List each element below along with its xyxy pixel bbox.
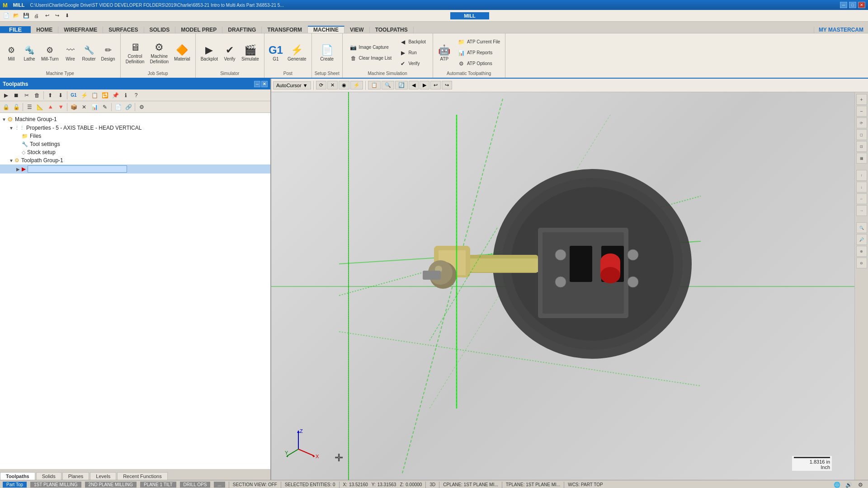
view-btn-1[interactable]: ⟳	[316, 81, 326, 89]
millturn-button[interactable]: ⚙ Mill-Turn	[39, 42, 61, 63]
rs-zoom-out[interactable]: −	[856, 106, 867, 117]
tab-wireframe[interactable]: WIREFRAME	[58, 27, 103, 33]
design-button[interactable]: ✏ Design	[99, 42, 118, 63]
print-button[interactable]: 🖨	[32, 11, 41, 20]
viewport-3d[interactable]: Z X Y ✛ 1.8316 in Inch	[271, 92, 854, 480]
tab-machine[interactable]: MACHINE	[308, 26, 344, 33]
atp-options-button[interactable]: ⚙ ATP Options	[456, 59, 502, 69]
machine-def-button[interactable]: ⚙ MachineDefinition	[147, 40, 171, 66]
view-btn-7[interactable]: 🔄	[395, 81, 408, 89]
rs-btn-7[interactable]: ↑	[856, 170, 867, 181]
tab-toolpaths[interactable]: TOOLPATHS	[370, 27, 414, 33]
machine-group-item[interactable]: ▼ ⚙ Machine Group-1	[0, 115, 270, 124]
run-button[interactable]: ▶ Run	[397, 48, 427, 58]
backplot-sim-button[interactable]: ◀ Backplot	[397, 37, 427, 47]
properties-item[interactable]: ▼ ⋮⋮ Properties - 5 - AXIS TABLE - HEAD …	[0, 124, 270, 132]
tab-toolpaths[interactable]: Toolpaths	[0, 472, 35, 480]
stock-setup-item[interactable]: ◇ Stock setup	[0, 148, 270, 156]
rs-btn-4[interactable]: ◻	[856, 129, 867, 140]
redo-button[interactable]: ↪	[52, 11, 61, 20]
atp-current-button[interactable]: 📁 ATP Current File	[456, 37, 502, 47]
toolpath-group-toggle[interactable]: ▼	[9, 158, 14, 163]
move-down-btn[interactable]: ⬇	[56, 90, 66, 100]
tab-modelprep[interactable]: MODEL PREP	[175, 27, 222, 33]
maximize-button[interactable]: □	[849, 2, 856, 8]
tool-settings-toggle[interactable]	[16, 142, 22, 147]
view-btn-6[interactable]: 🔍	[382, 81, 394, 89]
tab-drafting[interactable]: DRAFTING	[222, 27, 262, 33]
list-btn[interactable]: ☰	[24, 102, 34, 112]
status-tab-more[interactable]: ...	[214, 482, 225, 488]
atp-reports-button[interactable]: 📊 ATP Reports	[456, 48, 502, 58]
tab-transform[interactable]: TRANSFORM	[262, 27, 308, 33]
close-panel-button[interactable]: ✕	[261, 81, 268, 87]
material-button[interactable]: 🔶 Material	[172, 42, 193, 63]
atp-button[interactable]: 🤖 ATP	[436, 42, 453, 63]
settings-btn[interactable]: ⚙	[137, 102, 146, 112]
float-button[interactable]: ─	[254, 81, 260, 87]
simulate-button[interactable]: 🎬 Simulate	[239, 42, 261, 63]
new-button[interactable]: 📄	[2, 11, 11, 20]
rs-btn-13[interactable]: ⊕	[856, 246, 867, 257]
lock-btn[interactable]: 🔒	[1, 102, 11, 112]
edit-btn[interactable]: ✎	[100, 102, 110, 112]
view-btn-4[interactable]: ⚡	[350, 81, 363, 89]
verify-button[interactable]: ✔ Verify	[221, 42, 238, 63]
status-tab-parttop[interactable]: Part Top	[3, 482, 27, 488]
verify-sim-button[interactable]: ✔ Verify	[397, 59, 427, 69]
tab-levels[interactable]: Levels	[90, 472, 116, 480]
tab-planes[interactable]: Planes	[62, 472, 90, 480]
unlock-btn[interactable]: 🔓	[11, 102, 21, 112]
autocursor-btn[interactable]: AutoCursor ▼	[273, 81, 311, 89]
collapse-btn[interactable]: 🔻	[56, 102, 66, 112]
delete-btn[interactable]: 🗑	[32, 90, 42, 100]
lathe-button[interactable]: 🔩 Lathe	[21, 42, 38, 63]
rs-btn-6[interactable]: ▦	[856, 153, 867, 164]
rs-btn-9[interactable]: ←	[856, 193, 867, 204]
mill-tab[interactable]: MILL	[450, 12, 489, 19]
expand-btn[interactable]: 🔺	[45, 102, 55, 112]
toolpath-group-item[interactable]: ▼ ⚙ Toolpath Group-1	[0, 156, 270, 164]
tab-solids[interactable]: Solids	[36, 472, 61, 480]
files-toggle[interactable]	[16, 134, 22, 139]
rs-btn-5[interactable]: ⊡	[856, 141, 867, 152]
g1-tp-btn[interactable]: G1	[69, 90, 79, 100]
new-item-input[interactable]	[28, 165, 127, 173]
router-button[interactable]: 🔧 Router	[80, 42, 98, 63]
view-btn-5[interactable]: 📋	[368, 81, 381, 89]
copy-btn[interactable]: 📋	[90, 90, 99, 100]
help-btn[interactable]: ?	[131, 90, 141, 100]
rs-btn-8[interactable]: ↓	[856, 182, 867, 192]
stock-setup-toggle[interactable]	[16, 150, 22, 155]
control-def-button[interactable]: 🖥 ControlDefinition	[123, 40, 147, 66]
undo-button[interactable]: ↩	[42, 11, 52, 20]
backplot-button[interactable]: ▶ Backplot	[198, 42, 220, 63]
rs-zoom-in[interactable]: +	[856, 94, 867, 105]
tab-view[interactable]: VIEW	[344, 27, 370, 33]
select-all-btn[interactable]: ▶	[1, 90, 11, 100]
deselect-btn[interactable]: ⏹	[11, 90, 21, 100]
wire-button[interactable]: 〰 Wire	[62, 42, 79, 63]
close-button[interactable]: ✕	[858, 2, 865, 8]
status-tab-2ndplane[interactable]: 2ND PLANE MILLING	[85, 482, 137, 488]
properties-toggle[interactable]: ▼	[9, 126, 14, 131]
status-icon-3[interactable]: ⚙	[855, 480, 865, 488]
rs-btn-14[interactable]: ⊖	[856, 258, 867, 268]
view-btn-8[interactable]: ◀	[409, 81, 419, 89]
box-btn[interactable]: 📦	[69, 102, 79, 112]
view-btn-10[interactable]: ↩	[430, 81, 441, 89]
machine-group-toggle[interactable]: ▼	[2, 117, 7, 122]
regen-btn[interactable]: ⚡	[79, 90, 89, 100]
image-capture-button[interactable]: 📷 Image Capture	[348, 42, 394, 52]
info-btn[interactable]: ℹ	[121, 90, 131, 100]
remove-btn[interactable]: ✕	[79, 102, 89, 112]
g1-button[interactable]: G1 G1	[267, 42, 284, 63]
file-tab[interactable]: FILE	[0, 26, 31, 33]
status-tab-1stplane[interactable]: 1ST PLANE MILLING	[30, 482, 81, 488]
plane-btn[interactable]: 📐	[35, 102, 45, 112]
dropdown-button[interactable]: ⬇	[62, 11, 71, 20]
title-controls[interactable]: ─ □ ✕	[840, 2, 865, 8]
save-button[interactable]: 💾	[22, 11, 31, 20]
rs-btn-3[interactable]: ⟳	[856, 117, 867, 128]
minimize-button[interactable]: ─	[840, 2, 847, 8]
